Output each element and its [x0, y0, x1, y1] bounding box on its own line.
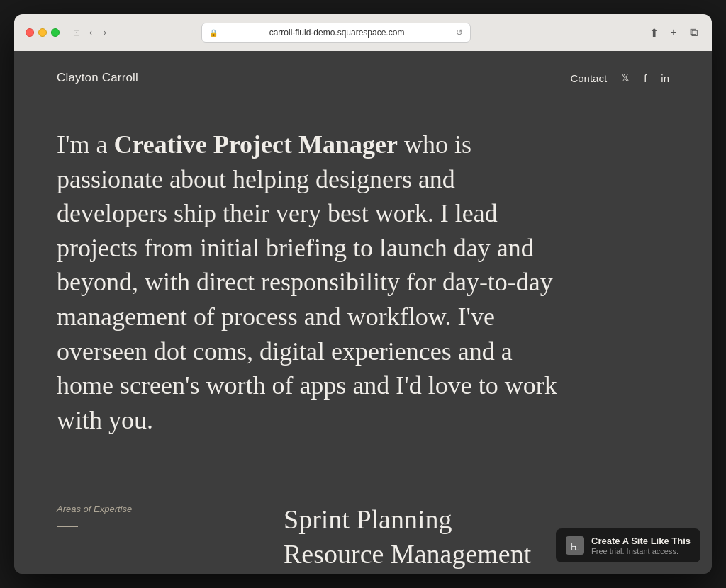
traffic-lights: [26, 28, 60, 37]
address-bar[interactable]: 🔒 carroll-fluid-demo.squarespace.com ↺: [201, 23, 471, 43]
expertise-column: Areas of Expertise: [57, 504, 227, 527]
expertise-divider: [57, 526, 78, 527]
facebook-icon[interactable]: f: [644, 72, 647, 84]
badge-main-text: Create A Site Like This: [591, 536, 691, 546]
nav-right: Contact 𝕏 f in: [570, 72, 669, 84]
traffic-light-minimize[interactable]: [38, 28, 47, 37]
contact-link[interactable]: Contact: [570, 72, 607, 84]
website-content: Clayton Carroll Contact 𝕏 f in I'm a Cre…: [14, 51, 712, 574]
window-icon[interactable]: ⊡: [71, 27, 82, 38]
reload-button[interactable]: ↺: [456, 28, 463, 38]
hero-paragraph: I'm a Creative Project Manager who is pa…: [57, 128, 567, 437]
twitter-icon[interactable]: 𝕏: [621, 72, 630, 84]
hero-text-before: I'm a: [57, 130, 113, 159]
new-tab-button[interactable]: +: [666, 26, 681, 40]
hero-section: I'm a Creative Project Manager who is pa…: [14, 99, 712, 490]
squarespace-badge[interactable]: ◱ Create A Site Like This Free trial. In…: [556, 528, 700, 562]
forward-button[interactable]: ›: [99, 27, 111, 38]
squarespace-logo: ◱: [566, 536, 584, 555]
url-text: carroll-fluid-demo.squarespace.com: [222, 28, 452, 38]
browser-chrome: ⊡ ‹ › 🔒 carroll-fluid-demo.squarespace.c…: [14, 14, 712, 51]
back-button[interactable]: ‹: [85, 27, 96, 38]
expertise-label: Areas of Expertise: [57, 504, 227, 514]
hero-text-after: who is passionate about helping designer…: [57, 130, 557, 434]
browser-controls: ⊡ ‹ ›: [71, 27, 111, 38]
linkedin-icon[interactable]: in: [661, 72, 669, 84]
share-button[interactable]: ⬆: [647, 26, 661, 40]
browser-window: ⊡ ‹ › 🔒 carroll-fluid-demo.squarespace.c…: [14, 14, 712, 574]
badge-sub-text: Free trial. Instant access.: [591, 547, 691, 555]
site-title: Clayton Carroll: [57, 71, 138, 85]
lock-icon: 🔒: [209, 29, 218, 37]
badge-text: Create A Site Like This Free trial. Inst…: [591, 536, 691, 555]
traffic-light-close[interactable]: [26, 28, 34, 37]
traffic-light-maximize[interactable]: [51, 28, 60, 37]
hero-bold-text: Creative Project Manager: [113, 130, 397, 159]
site-nav: Clayton Carroll Contact 𝕏 f in: [14, 51, 712, 99]
windows-button[interactable]: ⧉: [686, 26, 700, 40]
browser-actions: ⬆ + ⧉: [647, 26, 700, 40]
